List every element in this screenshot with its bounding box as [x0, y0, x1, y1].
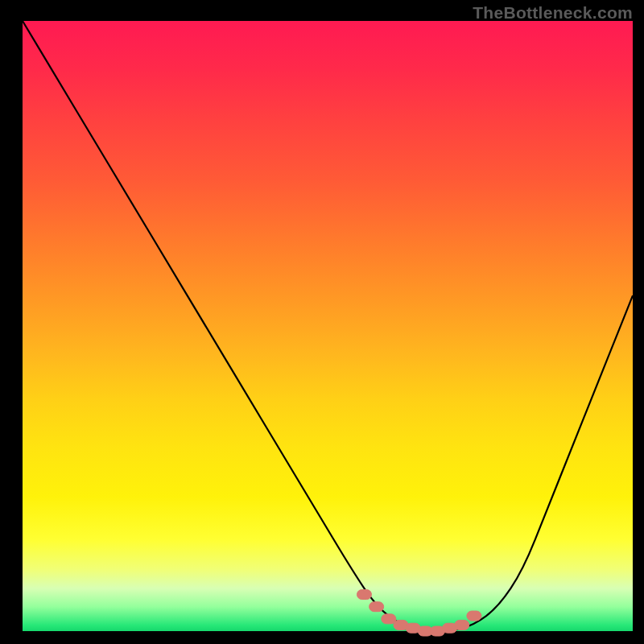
bottleneck-curve [23, 21, 633, 631]
highlight-marker [357, 590, 371, 600]
watermark-text: TheBottleneck.com [473, 3, 633, 23]
highlight-marker [369, 602, 384, 612]
highlight-marker [382, 614, 396, 624]
chart-svg [23, 21, 633, 631]
highlight-marker [467, 611, 481, 621]
chart-frame [11, 21, 633, 642]
chart-plot-area [23, 21, 633, 631]
highlight-markers [357, 590, 481, 636]
highlight-marker [455, 620, 469, 630]
